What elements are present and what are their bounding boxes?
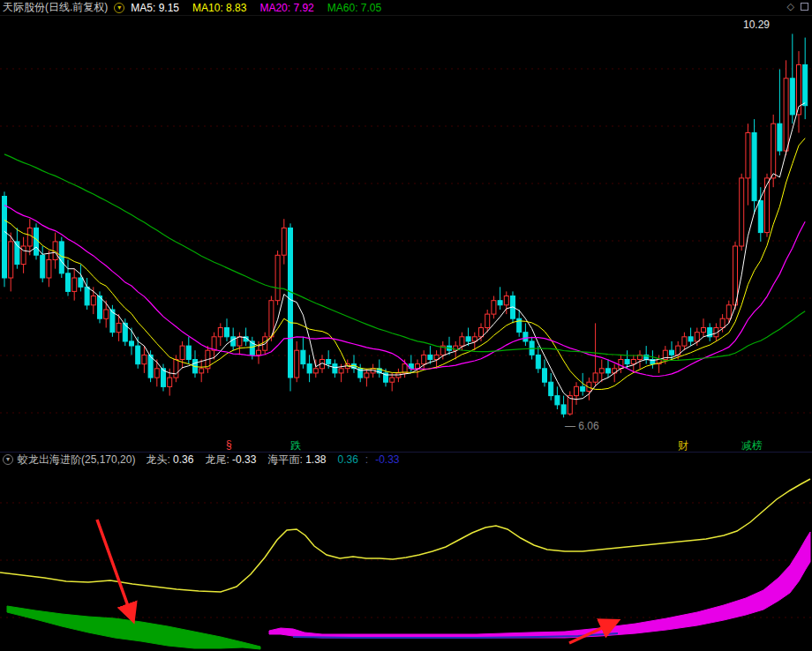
kline-canvas[interactable] (0, 16, 812, 452)
ma-values-group: MA5: 9.15MA10: 8.83MA20: 7.92MA60: 7.05 (131, 2, 395, 14)
ma10-value: MA10: 8.83 (192, 2, 246, 14)
indicator-header: ▾ 蛟龙出海进阶(25,170,20) 龙头: 0.36龙尾: -0.33海平面… (0, 452, 812, 467)
indicator-name[interactable]: 蛟龙出海进阶(25,170,20) (18, 453, 135, 468)
indicator-extra-0: 0.36 (337, 453, 357, 466)
diamond-icon[interactable]: ◇ (787, 1, 794, 12)
indicator-extra-2: -0.33 (375, 453, 399, 466)
magenta-dragon-band (269, 532, 810, 638)
high-price-label: 10.29 (743, 19, 770, 31)
chevron-down-icon[interactable]: ▾ (114, 3, 124, 13)
marker-section[interactable]: § (226, 438, 232, 451)
low-price-label: — 6.06 (565, 420, 599, 432)
ma10-line (4, 138, 805, 390)
indicator-panel[interactable] (0, 467, 812, 651)
green-dragon-band (7, 606, 260, 649)
stock-title: 天际股份(日线.前复权) (3, 0, 108, 15)
indicator-field-0: 龙头: 0.36 (146, 453, 193, 466)
indicator-field-1: 龙尾: -0.33 (205, 453, 256, 466)
ma20-value: MA20: 7.92 (259, 2, 313, 14)
annotation-arrow-1 (97, 520, 132, 618)
indicator-extra-1: : (365, 453, 368, 466)
indicator-canvas[interactable] (0, 467, 812, 651)
topbar-right-icons: ◇ (787, 1, 808, 12)
main-candlestick-chart[interactable]: 10.29 — 6.06 §跌财减榜 (0, 16, 812, 452)
window-icon[interactable] (801, 3, 808, 11)
collapse-chevron-icon[interactable]: ▾ (3, 454, 13, 465)
indicator-values-group: 龙头: 0.36龙尾: -0.33海平面: 1.380.36:-0.33 (146, 453, 406, 468)
top-info-bar: 天际股份(日线.前复权) ▾ MA5: 9.15MA10: 8.83MA20: … (0, 0, 812, 16)
indicator-field-2: 海平面: 1.38 (267, 453, 326, 466)
sea-level-line (0, 479, 810, 592)
low-price-value: 6.06 (578, 420, 598, 432)
ma20-line (4, 206, 805, 377)
low-marker-dash: — (565, 420, 575, 432)
ma60-value: MA60: 7.05 (327, 2, 381, 14)
ma5-value: MA5: 9.15 (131, 2, 179, 14)
